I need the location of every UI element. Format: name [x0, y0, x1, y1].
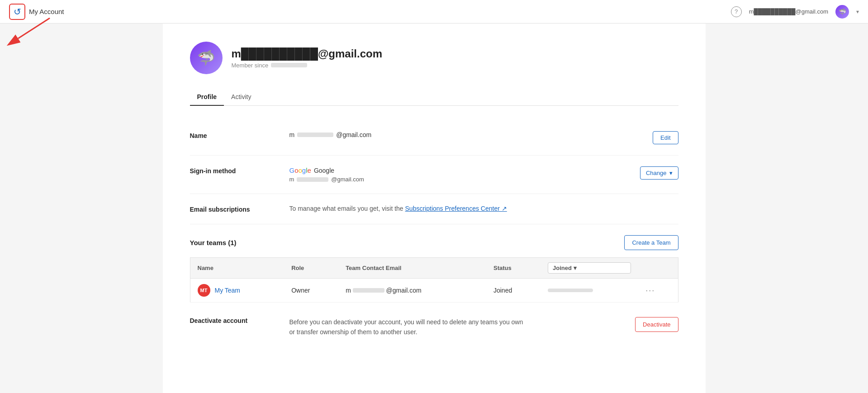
table-row: MT My Team Owner m @gmail.com Joined [190, 279, 678, 303]
teams-section-header: Your teams (1) Create a Team [190, 224, 678, 250]
team-name-link[interactable]: My Team [215, 287, 241, 294]
header: ↺ My Account ? m██████████@gmail.com 🦈 ▾ [0, 0, 868, 24]
signin-provider: Google [314, 167, 334, 174]
header-avatar-icon: 🦈 [839, 8, 846, 15]
change-signin-button[interactable]: Change ▾ [640, 166, 678, 180]
tab-activity[interactable]: Activity [224, 89, 258, 106]
team-avatar: MT [198, 284, 210, 297]
teams-table-header-row: Name Role Team Contact Email Status Join… [190, 258, 678, 279]
team-email-suffix: @gmail.com [386, 287, 422, 294]
profile-info: m██████████@gmail.com Member since [232, 47, 382, 69]
teams-title: Your teams (1) [190, 239, 237, 246]
subscriptions-preferences-link[interactable]: Subscriptions Preferences Center ↗ [405, 205, 507, 212]
chevron-down-icon[interactable]: ▾ [856, 9, 859, 15]
name-label: Name [190, 131, 289, 139]
team-name-cell: MT My Team [190, 279, 284, 303]
profile-header: 🦈 m██████████@gmail.com Member since [190, 42, 678, 74]
name-value: m @gmail.com [289, 131, 642, 138]
main-content: 🦈 m██████████@gmail.com Member since Pro… [163, 24, 706, 393]
signin-email-bar [297, 177, 328, 182]
email-subscriptions-section: Email subscriptions To manage what email… [190, 194, 678, 224]
teams-table-header: Name Role Team Contact Email Status Join… [190, 258, 678, 279]
header-avatar[interactable]: 🦈 [835, 5, 849, 19]
tab-profile[interactable]: Profile [190, 89, 224, 106]
signin-label: Sign-in method [190, 166, 289, 175]
header-email: m██████████@gmail.com [749, 8, 828, 15]
signin-section: Sign-in method Google Google m @gmail.co… [190, 156, 678, 194]
name-content: m @gmail.com [289, 131, 642, 138]
col-joined-filter[interactable]: Joined ▾ [541, 258, 638, 279]
member-since: Member since [232, 62, 382, 69]
team-avatar-initials: MT [200, 288, 208, 293]
profile-avatar: 🦈 [190, 42, 223, 74]
email-subscriptions-content: To manage what emails you get, visit the… [289, 205, 678, 212]
team-email-prefix: m [346, 287, 351, 294]
signin-content: Google Google m @gmail.com [289, 166, 629, 183]
name-bar [297, 133, 333, 137]
deactivate-desc-line2: or transfer ownership of them to another… [289, 327, 625, 337]
logo-area: ↺ My Account [9, 4, 64, 20]
team-progress-bar [548, 289, 593, 292]
team-email-bar [353, 288, 384, 293]
member-since-date-bar [271, 63, 307, 67]
email-subscriptions-label: Email subscriptions [190, 205, 289, 213]
name-suffix: @gmail.com [336, 131, 371, 138]
signin-email-prefix: m [289, 176, 294, 183]
team-status-cell: Joined [486, 279, 541, 303]
logo-box: ↺ [9, 4, 25, 20]
team-progress-bar-wrapper [548, 289, 631, 292]
header-title: My Account [29, 8, 64, 15]
svg-line-1 [18, 18, 50, 38]
edit-name-button[interactable]: Edit [653, 131, 678, 144]
teams-table: Name Role Team Contact Email Status Join… [190, 257, 678, 303]
deactivate-label: Deactivate account [190, 317, 289, 324]
deactivate-description: Before you can deactivate your account, … [289, 317, 625, 337]
header-right: ? m██████████@gmail.com 🦈 ▾ [731, 5, 859, 19]
joined-filter-chevron-icon: ▾ [574, 265, 577, 271]
col-role: Role [284, 258, 338, 279]
team-progress-cell [541, 279, 638, 303]
team-name-wrapper: MT My Team [198, 284, 277, 297]
change-chevron-icon: ▾ [669, 170, 673, 176]
create-team-button[interactable]: Create a Team [624, 235, 678, 250]
profile-email-heading: m██████████@gmail.com [232, 47, 382, 60]
help-icon[interactable]: ? [731, 6, 742, 17]
deactivate-button[interactable]: Deactivate [635, 317, 678, 332]
team-role-cell: Owner [284, 279, 338, 303]
google-row: Google Google [289, 166, 629, 174]
member-since-label: Member since [232, 62, 269, 69]
subscriptions-text-before: To manage what emails you get, visit the [289, 205, 405, 212]
col-status: Status [486, 258, 541, 279]
signin-email-row: m @gmail.com [289, 176, 629, 183]
name-section: Name m @gmail.com Edit [190, 120, 678, 156]
signin-email-suffix: @gmail.com [331, 176, 364, 183]
change-label: Change [646, 170, 667, 176]
profile-tabs: Profile Activity [190, 89, 678, 106]
name-prefix: m [289, 131, 295, 138]
google-icon: Google [289, 166, 311, 174]
joined-filter-label: Joined [553, 265, 572, 271]
team-actions-cell: ··· [638, 279, 678, 303]
signin-action: Change ▾ [640, 166, 678, 180]
col-name: Name [190, 258, 284, 279]
joined-filter-button[interactable]: Joined ▾ [548, 262, 631, 274]
teams-table-body: MT My Team Owner m @gmail.com Joined [190, 279, 678, 303]
team-email-cell: m @gmail.com [338, 279, 486, 303]
team-more-options-button[interactable]: ··· [645, 286, 655, 295]
name-action: Edit [653, 131, 678, 144]
deactivate-section: Deactivate account Before you can deacti… [190, 303, 678, 352]
deactivate-desc-line1: Before you can deactivate your account, … [289, 317, 625, 327]
logo-icon: ↺ [14, 6, 21, 17]
col-actions [638, 258, 678, 279]
col-contact-email: Team Contact Email [338, 258, 486, 279]
